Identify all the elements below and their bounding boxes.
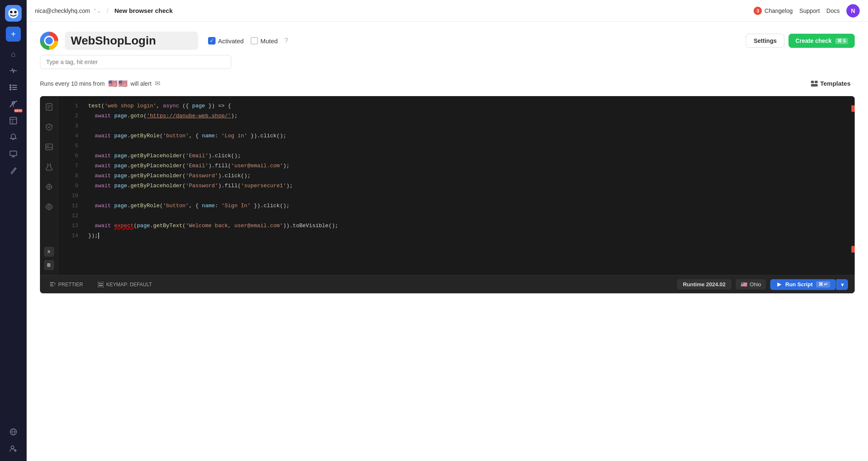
will-alert-text: will alert bbox=[131, 80, 152, 87]
user-avatar[interactable]: N bbox=[846, 4, 860, 17]
muted-option[interactable]: Muted bbox=[250, 37, 278, 45]
svg-rect-30 bbox=[46, 144, 52, 150]
editor-b-icon[interactable]: B bbox=[44, 260, 54, 270]
editor-scope-icon[interactable] bbox=[43, 181, 55, 193]
sidebar: + ⌂ bbox=[0, 0, 27, 461]
content-area: ✓ Activated Muted ? Settings Create chec… bbox=[27, 22, 868, 461]
code-line-2: 2 await page.goto('https://danube-web.sh… bbox=[58, 111, 851, 121]
svg-point-1 bbox=[10, 11, 12, 13]
code-line-1: 1 test('web shop login', async ({ page }… bbox=[58, 101, 851, 111]
location-badge: 🇺🇸 Ohio bbox=[736, 279, 766, 290]
run-script-button[interactable]: Run Script ⌘ ↵ bbox=[770, 279, 836, 290]
topbar-right: 3 Changelog Support Docs N bbox=[754, 4, 860, 17]
create-check-button[interactable]: Create check ⌘ S bbox=[789, 34, 855, 48]
editor-files-icon[interactable] bbox=[43, 101, 55, 113]
footer-right: Runtime 2024.02 🇺🇸 Ohio Run Script ⌘ bbox=[677, 279, 848, 290]
code-area[interactable]: 1 test('web shop login', async ({ page }… bbox=[58, 96, 851, 275]
prettier-icon bbox=[50, 282, 56, 288]
sidebar-item-pulse[interactable] bbox=[6, 63, 21, 78]
muted-checkbox[interactable] bbox=[250, 37, 258, 45]
svg-marker-45 bbox=[777, 283, 781, 287]
sidebar-item-table[interactable] bbox=[6, 113, 21, 128]
activated-option[interactable]: ✓ Activated bbox=[208, 37, 244, 45]
header-actions: Settings Create check ⌘ S bbox=[746, 34, 855, 48]
error-bar bbox=[851, 96, 855, 275]
svg-point-2 bbox=[14, 11, 17, 13]
sidebar-item-telescope[interactable] bbox=[6, 97, 21, 112]
create-check-kbd: ⌘ S bbox=[835, 38, 848, 44]
app-logo[interactable] bbox=[5, 5, 22, 22]
templates-icon bbox=[811, 81, 818, 87]
account-selector[interactable]: nica@checklyhq.com ⌃⌄ bbox=[35, 7, 101, 14]
docs-link[interactable]: Docs bbox=[826, 7, 840, 14]
editor-sidebar-bottom: ⌘ B bbox=[44, 247, 54, 270]
help-icon[interactable]: ? bbox=[284, 37, 288, 45]
muted-label: Muted bbox=[260, 37, 278, 45]
editor-mask-icon[interactable] bbox=[43, 121, 55, 133]
svg-rect-14 bbox=[10, 151, 17, 156]
keymap-icon bbox=[98, 282, 104, 288]
editor-flask-icon[interactable] bbox=[43, 161, 55, 173]
location-flag: 🇺🇸 bbox=[741, 281, 747, 288]
topbar: nica@checklyhq.com ⌃⌄ / New browser chec… bbox=[27, 0, 868, 22]
schedule-row: Runs every 10 mins from 🇺🇸 🇺🇸 will alert… bbox=[40, 77, 855, 89]
svg-rect-8 bbox=[12, 89, 17, 90]
code-line-7: 7 await page.getByPlaceholder('Email').f… bbox=[58, 161, 851, 171]
sidebar-item-globe[interactable] bbox=[6, 424, 21, 439]
sidebar-item-monitor[interactable] bbox=[6, 146, 21, 161]
svg-rect-7 bbox=[10, 89, 11, 90]
add-check-button[interactable]: + bbox=[6, 27, 21, 42]
runtime-badge: Runtime 2024.02 bbox=[677, 279, 732, 290]
svg-rect-38 bbox=[50, 284, 53, 285]
flag-usa-2: 🇺🇸 bbox=[118, 79, 127, 88]
changelog-link[interactable]: Changelog bbox=[764, 7, 793, 14]
changelog-badge: 3 bbox=[754, 7, 762, 15]
mail-icon: ✉ bbox=[155, 79, 160, 87]
sidebar-item-wrench[interactable] bbox=[6, 163, 21, 178]
error-mark-1 bbox=[851, 105, 855, 112]
code-line-6: 6 await page.getByPlaceholder('Email').c… bbox=[58, 151, 851, 161]
settings-button[interactable]: Settings bbox=[746, 34, 784, 48]
tag-input[interactable] bbox=[40, 55, 231, 69]
svg-rect-25 bbox=[811, 84, 818, 87]
code-line-5: 5 bbox=[58, 141, 851, 151]
sidebar-item-user-plus[interactable] bbox=[6, 441, 21, 456]
code-line-10: 10 bbox=[58, 191, 851, 201]
run-icon bbox=[776, 282, 782, 288]
svg-point-0 bbox=[8, 8, 18, 18]
flag-usa-1: 🇺🇸 bbox=[108, 79, 117, 88]
activated-checkbox[interactable]: ✓ bbox=[208, 37, 216, 45]
editor-image-icon[interactable] bbox=[43, 141, 55, 153]
templates-button[interactable]: Templates bbox=[807, 77, 855, 89]
svg-rect-6 bbox=[12, 87, 17, 88]
location-label: Ohio bbox=[750, 281, 761, 288]
sidebar-item-home[interactable]: ⌂ bbox=[6, 47, 21, 62]
keymap-button[interactable]: KEYMAP: DEFAULT bbox=[94, 280, 155, 289]
run-dropdown-button[interactable]: ▾ bbox=[836, 279, 848, 290]
code-line-14: 14 }); bbox=[58, 231, 851, 241]
code-line-9: 9 await page.getByPlaceholder('Password'… bbox=[58, 181, 851, 191]
svg-rect-41 bbox=[99, 283, 100, 284]
editor-gear-icon[interactable] bbox=[43, 201, 55, 213]
check-name-input[interactable] bbox=[65, 32, 198, 50]
footer-left: PRETTIER KEYMAP: DEFAULT bbox=[47, 280, 155, 289]
error-mark-2 bbox=[851, 246, 855, 253]
page-title: New browser check bbox=[114, 7, 173, 14]
svg-rect-39 bbox=[50, 285, 54, 286]
code-line-11: 11 await page.getByRole('button', { name… bbox=[58, 201, 851, 211]
run-kbd: ⌘ ↵ bbox=[816, 281, 830, 288]
support-link[interactable]: Support bbox=[799, 7, 820, 14]
check-header: ✓ Activated Muted ? Settings Create chec… bbox=[40, 32, 855, 50]
code-line-13: 13 await expect(page.getByText('Welcome … bbox=[58, 221, 851, 231]
svg-point-31 bbox=[47, 145, 49, 147]
account-email: nica@checklyhq.com bbox=[35, 7, 90, 14]
account-chevrons: ⌃⌄ bbox=[93, 8, 101, 14]
editor-inner: ⌘ B 1 test('web shop login', async ({ pa… bbox=[40, 96, 855, 275]
sidebar-item-bell[interactable] bbox=[6, 130, 21, 145]
changelog-area: 3 Changelog bbox=[754, 7, 793, 15]
editor-cmd-icon[interactable]: ⌘ bbox=[44, 247, 54, 257]
location-flags: 🇺🇸 🇺🇸 bbox=[108, 79, 127, 88]
sidebar-item-list[interactable] bbox=[6, 80, 21, 95]
prettier-button[interactable]: PRETTIER bbox=[47, 280, 86, 289]
svg-rect-5 bbox=[10, 87, 11, 88]
